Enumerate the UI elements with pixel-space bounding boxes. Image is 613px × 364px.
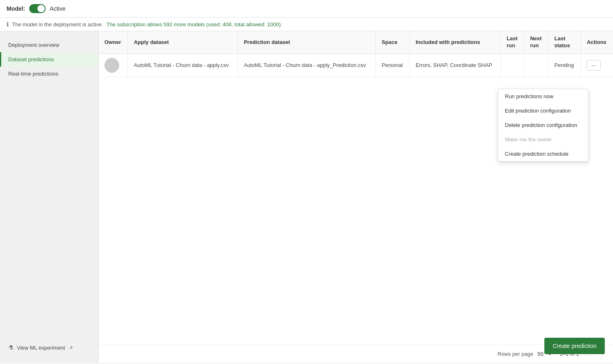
external-link-icon: ↗ — [69, 345, 73, 350]
sidebar-nav: Deployment overview Dataset predictions … — [0, 38, 98, 81]
cell-space: Personal — [376, 53, 410, 77]
sidebar: Deployment overview Dataset predictions … — [0, 31, 99, 362]
sidebar-item-real-time-predictions[interactable]: Real-time predictions — [0, 67, 98, 81]
sidebar-footer-view-ml-experiment[interactable]: ⚗ View ML experiment ↗ — [0, 339, 98, 356]
table-row: AutoML Tutorial - Churn data - apply.csv… — [99, 53, 613, 77]
cell-last-run — [501, 53, 524, 77]
cell-included-with-predictions: Errors, SHAP, Coordinate SHAP — [409, 53, 500, 77]
table-container: Owner Apply dataset Prediction dataset S… — [99, 31, 613, 345]
dropdown-item-delete-prediction-configuration[interactable]: Delete prediction configuration — [498, 118, 588, 132]
sidebar-item-dataset-predictions[interactable]: Dataset predictions — [0, 52, 98, 67]
info-bar: ℹ The model in the deployment is active.… — [0, 18, 613, 31]
sidebar-item-deployment-overview[interactable]: Deployment overview — [0, 38, 98, 52]
cell-apply-dataset: AutoML Tutorial - Churn data - apply.csv — [128, 53, 238, 77]
col-header-next-run: Nextrun — [524, 31, 548, 53]
flask-icon: ⚗ — [8, 344, 14, 351]
toggle-knob — [37, 5, 45, 12]
main-layout: Deployment overview Dataset predictions … — [0, 31, 613, 362]
cell-next-run — [524, 53, 548, 77]
cell-owner — [99, 53, 128, 77]
dropdown-item-edit-prediction-configuration[interactable]: Edit prediction configuration — [498, 104, 588, 118]
model-toggle[interactable] — [29, 4, 46, 13]
col-header-included-with-predictions: Included with predictions — [409, 31, 500, 53]
col-header-apply-dataset: Apply dataset — [128, 31, 238, 53]
cell-prediction-dataset: AutoML Tutorial - Churn data - apply_Pre… — [238, 53, 375, 77]
info-icon: ℹ — [7, 21, 9, 28]
top-bar: Model: Active — [0, 0, 613, 18]
col-header-space: Space — [376, 31, 410, 53]
rows-per-page-label: Rows per page — [497, 351, 533, 357]
cell-actions: ··· — [581, 53, 613, 77]
actions-menu-button[interactable]: ··· — [587, 60, 601, 71]
col-header-last-run: Lastrun — [501, 31, 524, 53]
dropdown-item-make-me-owner: Make me the owner — [498, 132, 588, 147]
cell-last-status: Pending — [548, 53, 581, 77]
col-header-last-status: Laststatus — [548, 31, 581, 53]
info-text-green: The subscription allows 592 more models … — [106, 21, 282, 28]
dropdown-item-create-prediction-schedule[interactable]: Create prediction schedule — [498, 147, 588, 161]
actions-dropdown-menu: Run predictions now Edit prediction conf… — [498, 89, 588, 161]
col-header-owner: Owner — [99, 31, 128, 53]
col-header-actions: Actions — [581, 31, 613, 53]
dropdown-item-run-predictions-now[interactable]: Run predictions now — [498, 89, 588, 104]
content-area: Owner Apply dataset Prediction dataset S… — [99, 31, 613, 362]
table-footer: Rows per page 50 25 100 1–1 of 1 ‹ › — [99, 345, 613, 362]
sidebar-footer-label: View ML experiment — [17, 345, 65, 351]
predictions-table: Owner Apply dataset Prediction dataset S… — [99, 31, 613, 77]
col-header-prediction-dataset: Prediction dataset — [238, 31, 375, 53]
model-label: Model: — [7, 5, 25, 12]
create-prediction-button[interactable]: Create prediction — [544, 338, 605, 354]
active-label: Active — [50, 5, 65, 12]
info-text-normal: The model in the deployment is active. — [12, 21, 103, 28]
avatar — [104, 58, 119, 73]
